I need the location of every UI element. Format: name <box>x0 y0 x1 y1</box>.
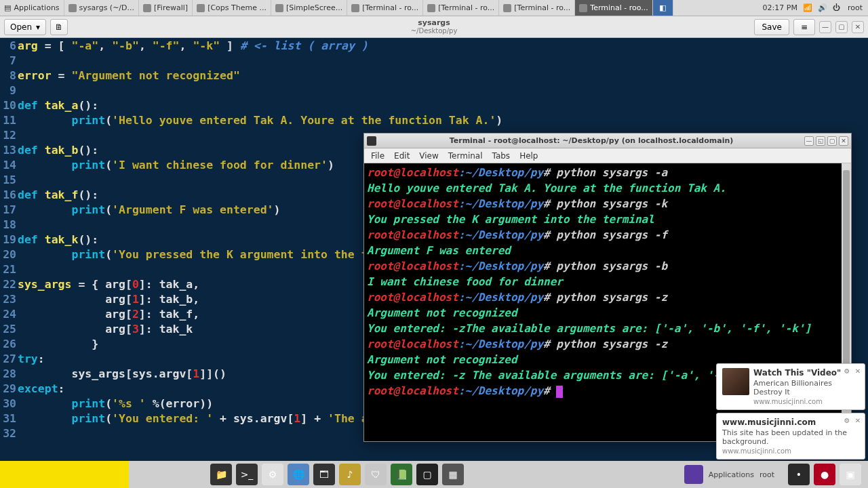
open-button[interactable]: Open ▾ <box>4 19 46 35</box>
workspace-switcher[interactable]: ◧ <box>653 0 673 16</box>
term-max-button[interactable]: ▢ <box>827 136 837 146</box>
line-number: 29 <box>0 382 18 395</box>
taskbar-window-item[interactable]: sysargs (~/D... <box>64 0 139 16</box>
terminal-line: root@localhost:~/Desktop/py# python sysa… <box>367 165 848 180</box>
close-icon[interactable]: ✕ <box>854 416 862 424</box>
term-menu-tabs[interactable]: Tabs <box>492 151 511 161</box>
taskbar-window-item[interactable]: Terminal - roo... <box>575 0 653 16</box>
breadcrumb[interactable]: Applications root <box>684 465 774 484</box>
line-number: 24 <box>0 308 18 321</box>
line-number: 12 <box>0 129 18 142</box>
taskbar-app[interactable]: ▣ <box>840 464 861 485</box>
window-label: [SimpleScree... <box>286 3 342 12</box>
taskbar-window-item[interactable]: [Terminal - ro... <box>423 0 499 16</box>
window-label: Terminal - roo... <box>590 3 648 12</box>
terminal-line: Argument not recognized <box>367 305 848 321</box>
terminal-titlebar[interactable]: Terminal - root@localhost: ~/Desktop/py … <box>364 134 851 148</box>
term-min-button[interactable]: — <box>804 136 814 146</box>
system-tray: 02:17 PM 📶 🔊 ⏻ root <box>757 3 868 13</box>
term-menu-file[interactable]: File <box>371 151 384 161</box>
maximize-button[interactable]: ▢ <box>835 21 848 33</box>
close-icon[interactable]: ✕ <box>854 367 862 375</box>
line-number: 11 <box>0 114 18 127</box>
close-button[interactable]: ✕ <box>852 21 864 33</box>
taskbar-app[interactable]: 📗 <box>391 464 412 485</box>
code-line[interactable]: 9 <box>0 83 868 98</box>
taskbar-app[interactable]: 🌐 <box>288 464 309 485</box>
code-line[interactable]: 6arg = [ "-a", "-b", "-f", "-k" ] # <- l… <box>0 38 868 53</box>
taskbar-app[interactable]: ♪ <box>339 464 361 485</box>
taskbar-window-item[interactable]: [SimpleScree... <box>271 0 347 16</box>
taskbar-app[interactable]: 📁 <box>210 464 232 485</box>
code-content: arg[3]: tak_k <box>18 323 193 336</box>
code-content: print('%s ' %(error)) <box>18 397 213 410</box>
editor-toolbar: Open ▾ 🗎 sysargs ~/Desktop/py Save ≡ — ▢… <box>0 16 868 38</box>
code-content: arg[1]: tak_b, <box>18 293 199 306</box>
window-label: [Terminal - ro... <box>362 3 418 12</box>
taskbar-app[interactable]: ⚙ <box>262 464 283 485</box>
window-icon <box>143 4 151 12</box>
window-icon <box>579 4 587 12</box>
network-icon[interactable]: 📶 <box>803 3 812 13</box>
taskbar-window-item[interactable]: [Terminal - ro... <box>347 0 423 16</box>
crumb-root[interactable]: root <box>760 470 774 479</box>
term-menu-help[interactable]: Help <box>519 151 538 161</box>
chevron-down-icon: ▾ <box>36 22 40 32</box>
applications-menu[interactable]: ▤ Applications <box>0 0 64 16</box>
taskbar-app[interactable]: >_ <box>236 464 258 485</box>
taskbar-highlight <box>0 461 129 488</box>
hamburger-button[interactable]: ≡ <box>793 19 815 35</box>
code-content: print('I want chinese food for dinner') <box>18 159 334 171</box>
terminal-line: I want chinese food for dinner <box>367 274 848 289</box>
minimize-button[interactable]: — <box>819 21 831 33</box>
term-menu-terminal[interactable]: Terminal <box>448 151 483 161</box>
user-label[interactable]: root <box>848 3 863 12</box>
taskbar-window-item[interactable]: [Terminal - ro... <box>499 0 575 16</box>
taskbar-app[interactable]: 🛡 <box>365 464 387 485</box>
term-menu-edit[interactable]: Edit <box>394 151 410 161</box>
term-restore-button[interactable]: ◱ <box>816 136 825 146</box>
terminal-line: Argument F was entered <box>367 243 848 258</box>
term-close-button[interactable]: ✕ <box>839 136 848 146</box>
taskbar-app[interactable]: 🗔 <box>313 464 335 485</box>
taskbar-app[interactable]: ● <box>814 464 835 485</box>
code-content: def tak_b(): <box>18 144 98 157</box>
notification-image <box>722 368 749 395</box>
line-number: 21 <box>0 263 18 276</box>
code-line[interactable]: 7 <box>0 53 868 68</box>
notification[interactable]: www.musicjinni.comThis site has been upd… <box>716 413 865 460</box>
window-icon <box>503 4 511 12</box>
gear-icon[interactable]: ⚙ <box>843 367 851 375</box>
new-doc-icon: 🗎 <box>55 22 63 32</box>
code-content: sys_args[sys.argv[1]]() <box>18 367 226 380</box>
taskbar-window-item[interactable]: [Cops Theme ... <box>193 0 271 16</box>
term-menu-view[interactable]: View <box>419 151 438 161</box>
notification[interactable]: Watch This "Video"American Billionaires … <box>716 363 865 410</box>
code-line[interactable]: 11 print('Hello youve entered Tak A. You… <box>0 113 868 127</box>
terminal-line: root@localhost:~/Desktop/py# python sysa… <box>367 289 848 305</box>
line-number: 9 <box>0 84 18 97</box>
places-icon <box>684 465 703 484</box>
crumb-applications[interactable]: Applications <box>709 470 754 479</box>
taskbar-window-item[interactable]: [Firewall] <box>139 0 193 16</box>
code-line[interactable]: 10def tak_a(): <box>0 98 868 113</box>
taskbar-app[interactable]: • <box>788 464 810 485</box>
terminal-line: Hello youve entered Tak A. Youre at the … <box>367 180 848 196</box>
terminal-line: root@localhost:~/Desktop/py# python sysa… <box>367 258 848 274</box>
power-icon[interactable]: ⏻ <box>833 3 842 13</box>
line-number: 25 <box>0 323 18 336</box>
window-label: sysargs (~/D... <box>79 3 134 12</box>
code-content: error = "Argument not recognized" <box>18 69 240 82</box>
save-button[interactable]: Save <box>754 19 789 35</box>
taskbar-app[interactable]: ▦ <box>442 464 464 485</box>
notification-url: www.musicjinni.com <box>753 398 859 405</box>
scrollbar-thumb[interactable] <box>843 170 850 373</box>
gear-icon[interactable]: ⚙ <box>843 416 851 424</box>
window-icon <box>197 4 205 12</box>
volume-icon[interactable]: 🔊 <box>818 3 827 13</box>
code-content: try: <box>18 352 45 365</box>
new-tab-button[interactable]: 🗎 <box>50 19 68 35</box>
taskbar-app[interactable]: ▢ <box>416 464 438 485</box>
window-label: [Terminal - ro... <box>438 3 494 12</box>
code-line[interactable]: 8error = "Argument not recognized" <box>0 68 868 83</box>
